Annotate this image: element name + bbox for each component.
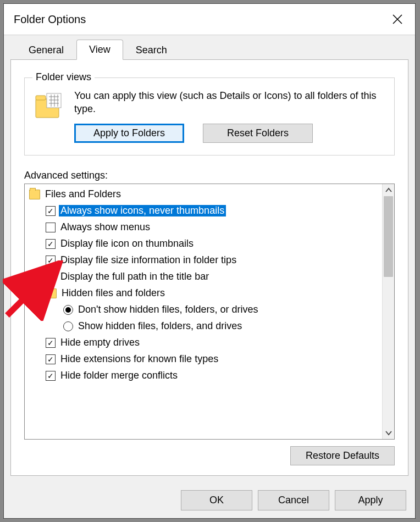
close-icon: [393, 14, 402, 24]
tree-item-label: Hide empty drives: [59, 337, 141, 348]
tree-item[interactable]: ✓Hide folder merge conflicts: [25, 368, 382, 384]
advanced-settings-tree: Files and Folders✓Always show icons, nev…: [24, 184, 395, 440]
tree-item[interactable]: Show hidden files, folders, and drives: [25, 318, 382, 335]
tree-item[interactable]: ✓Display file icon on thumbnails: [25, 236, 382, 252]
scrollbar-vertical[interactable]: [382, 184, 394, 439]
groupbox-legend: Folder views: [32, 71, 95, 83]
checkbox[interactable]: ✓: [46, 354, 56, 364]
advanced-settings-label: Advanced settings:: [24, 170, 395, 181]
chevron-up-icon: [385, 187, 392, 193]
tree-root-label: Files and Folders: [43, 188, 123, 200]
apply-button[interactable]: Apply: [335, 490, 406, 510]
folder-options-window: Folder Options General View Search Folde…: [3, 3, 416, 519]
tree-item[interactable]: Always show menus: [25, 219, 382, 236]
radio[interactable]: [63, 305, 73, 315]
tree-item[interactable]: ✓Hide extensions for known file types: [25, 351, 382, 368]
tree-item-label: Hidden files and folders: [60, 287, 167, 299]
chevron-down-icon: [385, 430, 392, 436]
tabpage-view: Folder views: [10, 59, 408, 476]
checkbox[interactable]: ✓: [46, 239, 56, 249]
dialog-body: General View Search Folder views: [4, 35, 415, 482]
tree-item-label: Always show menus: [59, 221, 152, 233]
tree-item[interactable]: Don't show hidden files, folders, or dri…: [25, 302, 382, 318]
folder-views-icon: [35, 89, 64, 124]
apply-to-folders-button[interactable]: Apply to Folders: [74, 124, 184, 143]
scroll-down-button[interactable]: [383, 427, 394, 439]
tree-item[interactable]: ✓Always show icons, never thumbnails: [25, 203, 382, 219]
ok-button[interactable]: OK: [181, 490, 252, 510]
tree-item-label: Hide folder merge conflicts: [59, 370, 179, 381]
checkbox[interactable]: [46, 272, 56, 282]
folder-views-description: You can apply this view (such as Details…: [74, 89, 384, 116]
tree-item[interactable]: Display the full path in the title bar: [25, 269, 382, 285]
tab-search[interactable]: Search: [123, 41, 180, 59]
scroll-track[interactable]: [383, 196, 394, 427]
tree-root-files-and-folders[interactable]: Files and Folders: [25, 186, 382, 203]
checkbox[interactable]: ✓: [46, 338, 56, 348]
svg-rect-1: [36, 96, 46, 100]
tree-item-label: Display the full path in the title bar: [59, 271, 211, 282]
tree-item-label: Always show icons, never thumbnails: [59, 205, 226, 216]
folder-icon: [46, 288, 57, 298]
tab-general[interactable]: General: [16, 41, 76, 59]
checkbox[interactable]: ✓: [46, 206, 56, 216]
cancel-button[interactable]: Cancel: [258, 490, 329, 510]
scroll-thumb[interactable]: [384, 196, 393, 277]
titlebar: Folder Options: [4, 4, 415, 35]
tree-item-label: Show hidden files, folders, and drives: [76, 320, 244, 332]
tree-item-label: Display file icon on thumbnails: [59, 238, 195, 249]
folder-icon: [29, 190, 40, 199]
tab-strip: General View Search: [16, 40, 408, 59]
dialog-button-row: OK Cancel Apply: [4, 482, 415, 518]
checkbox[interactable]: ✓: [46, 371, 56, 381]
svg-rect-2: [47, 93, 61, 108]
tree-item-label: Don't show hidden files, folders, or dri…: [76, 304, 260, 315]
tree-item[interactable]: Hidden files and folders: [25, 285, 382, 302]
checkbox[interactable]: ✓: [46, 256, 56, 265]
tab-view[interactable]: View: [76, 40, 123, 60]
checkbox[interactable]: [46, 223, 56, 232]
radio[interactable]: [63, 321, 73, 331]
restore-defaults-button[interactable]: Restore Defaults: [290, 446, 395, 465]
tree-item-label: Hide extensions for known file types: [59, 353, 220, 365]
reset-folders-button[interactable]: Reset Folders: [203, 124, 313, 143]
groupbox-folder-views: Folder views: [24, 77, 395, 156]
tree-item-label: Display file size information in folder …: [59, 254, 238, 266]
tree-item[interactable]: ✓Display file size information in folder…: [25, 252, 382, 269]
tree-item[interactable]: ✓Hide empty drives: [25, 335, 382, 351]
tree-content[interactable]: Files and Folders✓Always show icons, nev…: [25, 184, 382, 439]
close-button[interactable]: [390, 12, 405, 27]
scroll-up-button[interactable]: [383, 184, 394, 196]
window-title: Folder Options: [14, 13, 390, 26]
